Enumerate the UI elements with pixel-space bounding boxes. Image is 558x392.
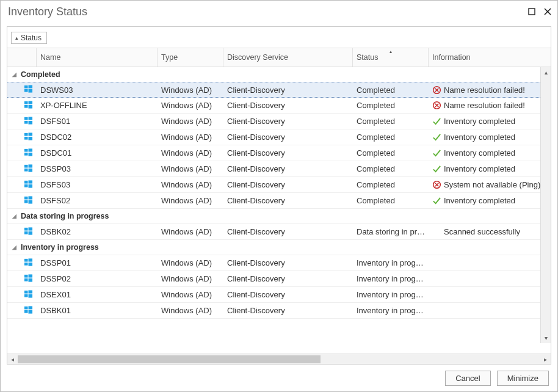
scroll-left-icon[interactable]: ◂ <box>7 354 18 365</box>
error-icon <box>432 180 441 189</box>
svg-rect-38 <box>24 231 28 234</box>
cell-status: Inventory in progr… <box>357 258 425 267</box>
svg-rect-44 <box>24 274 28 277</box>
cell-status: Inventory in progr… <box>357 306 425 315</box>
table-row[interactable]: DSSP02Windows (AD)Client-DiscoveryInvent… <box>7 271 540 287</box>
svg-rect-13 <box>24 120 28 123</box>
cell-status: Completed <box>357 196 395 205</box>
table-row[interactable]: DSFS03Windows (AD)Client-DiscoveryComple… <box>7 177 540 193</box>
close-icon[interactable] <box>543 7 553 16</box>
chip-arrow-icon: ▴ <box>15 35 18 41</box>
cell-information: Scanned successfully <box>444 227 520 236</box>
svg-rect-14 <box>29 120 33 124</box>
cell-name: DSFS03 <box>40 180 70 189</box>
maximize-icon[interactable] <box>527 7 537 16</box>
svg-rect-11 <box>24 117 28 120</box>
svg-rect-48 <box>24 290 28 293</box>
cell-status: Completed <box>357 85 395 95</box>
vertical-scrollbar[interactable]: ▴ ▾ <box>540 67 551 343</box>
cell-name: DSEX01 <box>40 290 71 299</box>
header-icon[interactable] <box>7 48 37 67</box>
success-icon <box>432 196 441 205</box>
table-row[interactable]: DSBK01Windows (AD)Client-DiscoveryInvent… <box>7 303 540 319</box>
table-row[interactable]: DSFS02Windows (AD)Client-DiscoveryComple… <box>7 193 540 209</box>
cell-status: Inventory in progr… <box>357 274 425 283</box>
scroll-track[interactable] <box>18 354 540 365</box>
cell-type: Windows (AD) <box>161 85 212 95</box>
blank-icon <box>432 290 441 299</box>
svg-rect-4 <box>29 89 33 93</box>
cell-information: Inventory completed <box>444 117 515 126</box>
svg-rect-6 <box>24 101 28 104</box>
cell-type: Windows (AD) <box>161 274 212 283</box>
cell-type: Windows (AD) <box>161 227 212 236</box>
table-row[interactable]: DSWS03Windows (AD)Client-DiscoveryComple… <box>7 82 540 98</box>
windows-icon <box>24 132 33 143</box>
group-header[interactable]: ◢Data storing in progress <box>7 209 540 224</box>
cell-information: Inventory completed <box>444 196 515 205</box>
cell-discovery: Client-Discovery <box>227 274 285 283</box>
cell-status: Inventory in progr… <box>357 290 425 299</box>
sort-asc-icon: ▴ <box>390 49 392 54</box>
cell-name: DSWS03 <box>40 85 73 95</box>
table-row[interactable]: DSSP03Windows (AD)Client-DiscoveryComple… <box>7 161 540 177</box>
table-row[interactable]: DSDC01Windows (AD)Client-DiscoveryComple… <box>7 145 540 161</box>
windows-icon <box>24 195 33 206</box>
header-information[interactable]: Information <box>429 48 551 67</box>
header-status[interactable]: ▴ Status <box>353 48 429 67</box>
cell-information: Name resolution failed! <box>444 101 525 110</box>
scroll-up-icon[interactable]: ▴ <box>541 67 551 78</box>
svg-rect-25 <box>24 168 28 171</box>
horizontal-scrollbar[interactable]: ◂ ▸ <box>7 354 551 364</box>
table-row[interactable]: DSEX01Windows (AD)Client-DiscoveryInvent… <box>7 287 540 303</box>
windows-icon <box>24 84 33 95</box>
success-icon <box>432 164 441 173</box>
blank-icon <box>432 258 441 267</box>
cell-discovery: Client-Discovery <box>227 306 285 315</box>
group-chip-status[interactable]: ▴ Status <box>11 32 47 44</box>
table-row[interactable]: DSSP01Windows (AD)Client-DiscoveryInvent… <box>7 255 540 271</box>
scroll-right-icon[interactable]: ▸ <box>540 354 551 365</box>
table-row[interactable]: DSFS01Windows (AD)Client-DiscoveryComple… <box>7 114 540 129</box>
header-name[interactable]: Name <box>37 48 158 67</box>
windows-icon <box>24 100 33 111</box>
scroll-thumb[interactable] <box>18 355 321 363</box>
svg-rect-33 <box>29 196 33 199</box>
svg-rect-36 <box>24 227 28 230</box>
table-row[interactable]: DSDC02Windows (AD)Client-DiscoveryComple… <box>7 129 540 145</box>
scroll-down-icon[interactable]: ▾ <box>541 333 551 343</box>
cancel-button[interactable]: Cancel <box>445 371 490 386</box>
cell-type: Windows (AD) <box>161 148 212 158</box>
table-row[interactable]: XP-OFFLINEWindows (AD)Client-DiscoveryCo… <box>7 98 540 114</box>
windows-icon <box>24 274 33 285</box>
svg-rect-24 <box>29 164 33 167</box>
group-header[interactable]: ◢Inventory in progress <box>7 240 540 255</box>
svg-rect-21 <box>24 152 28 155</box>
cell-information: Inventory completed <box>444 164 515 173</box>
blank-icon <box>432 227 441 236</box>
svg-rect-2 <box>29 85 33 88</box>
svg-rect-1 <box>24 85 28 89</box>
group-header[interactable]: ◢Completed <box>7 67 540 82</box>
header-type[interactable]: Type <box>158 48 223 67</box>
cell-type: Windows (AD) <box>161 306 212 315</box>
svg-rect-32 <box>24 196 28 199</box>
minimize-button[interactable]: Minimize <box>497 371 549 386</box>
cell-discovery: Client-Discovery <box>227 258 285 267</box>
table-row[interactable]: DSBK02Windows (AD)Client-DiscoveryData s… <box>7 224 540 240</box>
windows-icon <box>24 305 33 316</box>
svg-rect-53 <box>29 306 33 309</box>
cell-discovery: Client-Discovery <box>227 85 285 95</box>
header-discovery[interactable]: Discovery Service <box>223 48 353 67</box>
cell-status: Completed <box>357 164 395 173</box>
chevron-down-icon: ◢ <box>12 244 18 250</box>
cell-status: Completed <box>357 148 395 158</box>
svg-rect-54 <box>24 310 28 313</box>
cell-discovery: Client-Discovery <box>227 132 285 142</box>
cell-name: DSDC02 <box>40 132 71 142</box>
svg-rect-37 <box>29 227 33 230</box>
cell-name: DSSP02 <box>40 274 71 283</box>
cell-status: Completed <box>357 180 395 189</box>
svg-rect-47 <box>29 278 33 281</box>
svg-rect-16 <box>29 132 33 136</box>
